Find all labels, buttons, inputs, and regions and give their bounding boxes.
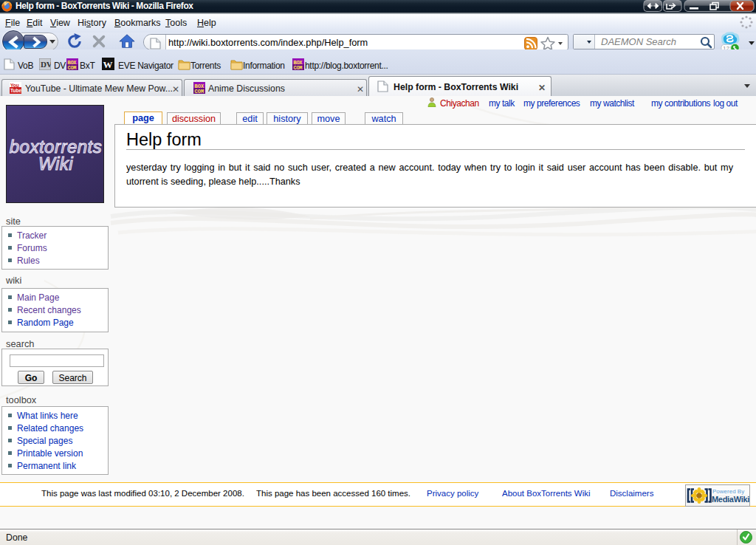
svg-text:DV: DV — [41, 60, 51, 69]
svg-text:You: You — [10, 83, 19, 88]
svg-text:COM: COM — [294, 65, 303, 70]
svg-text:COM: COM — [68, 65, 77, 70]
svg-text:MediaWiki: MediaWiki — [712, 495, 749, 504]
svg-text:W: W — [103, 59, 113, 70]
svg-text:Powered By: Powered By — [712, 488, 744, 495]
svg-text:COM: COM — [195, 89, 205, 94]
svg-text:Tube: Tube — [10, 88, 21, 93]
